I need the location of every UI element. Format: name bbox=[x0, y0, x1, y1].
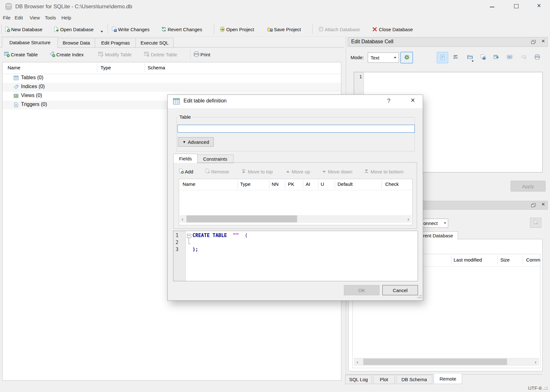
write-changes-button[interactable]: Write Changes bbox=[118, 27, 150, 32]
resize-grip[interactable] bbox=[545, 389, 546, 390]
tab-plot[interactable]: Plot bbox=[373, 375, 395, 384]
text-mode-toggle[interactable] bbox=[437, 52, 448, 63]
remote-hscrollbar[interactable]: ‹ › bbox=[354, 358, 539, 366]
remote-col-last-modified[interactable]: Last modified bbox=[454, 257, 482, 262]
statusbar: UTF-8 bbox=[0, 384, 550, 392]
close-panel-icon[interactable]: × bbox=[541, 38, 545, 45]
export-data-button[interactable] bbox=[477, 52, 488, 63]
col-check[interactable]: Check bbox=[385, 181, 399, 187]
move-up-button[interactable]: Move up bbox=[292, 169, 310, 174]
print-cell-button[interactable] bbox=[532, 52, 543, 63]
tab-edit-pragmas[interactable]: Edit Pragmas bbox=[95, 38, 136, 48]
tab-database-structure[interactable]: Database Structure bbox=[2, 37, 58, 47]
remote-col-commit[interactable]: Comm bbox=[526, 257, 540, 262]
col-pk[interactable]: PK bbox=[288, 181, 294, 187]
save-project-button[interactable]: Save Project bbox=[274, 27, 301, 32]
menu-edit[interactable]: Edit bbox=[15, 15, 23, 20]
new-database-button[interactable]: New Database bbox=[11, 27, 42, 32]
encoding-indicator[interactable]: UTF-8 bbox=[528, 385, 542, 391]
import-dropdown-caret[interactable] bbox=[472, 60, 474, 62]
remote-col-size[interactable]: Size bbox=[500, 257, 510, 262]
menu-file[interactable]: File bbox=[3, 15, 10, 20]
fields-hscrollbar[interactable]: ‹ › bbox=[179, 215, 411, 223]
dialog-resize-grip[interactable] bbox=[419, 297, 420, 298]
tree-row-tables[interactable]: Tables (0) bbox=[3, 74, 341, 83]
tab-remote[interactable]: Remote bbox=[434, 374, 462, 384]
cancel-button[interactable]: Cancel bbox=[382, 285, 418, 295]
menu-view[interactable]: View bbox=[30, 15, 40, 20]
float-panel-icon[interactable] bbox=[531, 203, 536, 208]
open-in-window-button[interactable] bbox=[504, 52, 515, 63]
line-number: 1 bbox=[359, 74, 362, 79]
fields-hscroll-thumb[interactable] bbox=[186, 215, 297, 222]
tab-browse-data[interactable]: Browse Data bbox=[57, 38, 95, 48]
add-field-button[interactable]: Add bbox=[185, 169, 193, 174]
set-null-button[interactable] bbox=[519, 52, 529, 63]
col-nn[interactable]: NN bbox=[272, 181, 279, 187]
col-name[interactable]: Name bbox=[183, 181, 195, 187]
menu-help[interactable]: Help bbox=[61, 15, 71, 20]
chevron-left-icon[interactable]: ‹ bbox=[182, 215, 183, 223]
open-database-dropdown-caret[interactable] bbox=[101, 31, 103, 32]
sql-code-line-1: CREATE TABLE "" ( bbox=[192, 233, 248, 238]
tree-col-schema[interactable]: Schema bbox=[148, 65, 165, 70]
col-ai[interactable]: AI bbox=[306, 181, 310, 187]
col-u[interactable]: U bbox=[321, 181, 324, 187]
apply-cell-button[interactable] bbox=[491, 52, 502, 63]
close-panel-icon[interactable]: × bbox=[541, 201, 545, 208]
chevron-right-icon[interactable]: › bbox=[407, 215, 409, 223]
push-database-button[interactable] bbox=[530, 218, 541, 228]
close-database-button[interactable]: Close Database bbox=[379, 27, 413, 32]
import-data-button[interactable] bbox=[464, 52, 476, 63]
auto-mode-button[interactable] bbox=[400, 52, 413, 63]
print-icon bbox=[193, 51, 199, 58]
maximize-button[interactable] bbox=[514, 4, 519, 8]
tab-db-schema[interactable]: DB Schema bbox=[396, 375, 432, 384]
move-down-button[interactable]: Move down bbox=[328, 169, 352, 174]
delete-table-button[interactable]: Delete Table bbox=[151, 52, 177, 57]
ok-button[interactable]: OK bbox=[344, 285, 379, 295]
minimize-button[interactable] bbox=[490, 7, 494, 7]
write-changes-icon bbox=[111, 26, 117, 33]
revert-changes-button[interactable]: Revert Changes bbox=[168, 27, 202, 32]
tree-col-name[interactable]: Name bbox=[8, 65, 20, 70]
menu-tools[interactable]: Tools bbox=[45, 15, 56, 20]
move-down-icon bbox=[323, 171, 326, 173]
modify-table-button[interactable]: Modify Table bbox=[105, 52, 132, 57]
remove-field-button[interactable]: Remove bbox=[211, 169, 229, 174]
col-type[interactable]: Type bbox=[240, 181, 251, 187]
tab-fields[interactable]: Fields bbox=[173, 154, 198, 163]
create-index-button[interactable]: Create Index bbox=[56, 52, 84, 57]
dialog-close-icon[interactable]: × bbox=[411, 96, 415, 105]
chevron-right-icon[interactable]: › bbox=[535, 358, 536, 365]
attach-database-button[interactable]: Attach Database bbox=[325, 27, 360, 32]
move-to-bottom-button[interactable]: Move to bottom bbox=[371, 169, 403, 174]
remote-hscroll-thumb[interactable] bbox=[363, 359, 507, 365]
mode-select[interactable]: Text bbox=[368, 52, 399, 63]
advanced-toggle-button[interactable]: ▼ Advanced bbox=[178, 137, 214, 147]
delete-table-icon bbox=[144, 51, 150, 58]
float-panel-icon[interactable] bbox=[531, 40, 536, 45]
tree-header: Name Type Schema bbox=[3, 62, 341, 74]
open-project-button[interactable]: Open Project bbox=[226, 27, 254, 32]
create-table-button[interactable]: Create Table bbox=[11, 52, 38, 57]
open-database-button[interactable]: Open Database bbox=[60, 27, 94, 32]
tree-row-indices[interactable]: Indices (0) bbox=[3, 83, 341, 92]
tab-constraints[interactable]: Constraints bbox=[197, 155, 233, 163]
help-icon[interactable]: ? bbox=[387, 98, 390, 104]
chevron-left-icon[interactable]: ‹ bbox=[357, 358, 358, 365]
print-button[interactable]: Print bbox=[200, 52, 210, 57]
col-default[interactable]: Default bbox=[338, 181, 353, 187]
word-wrap-button[interactable] bbox=[450, 52, 461, 63]
tab-execute-sql[interactable]: Execute SQL bbox=[136, 38, 174, 48]
tab-current-database[interactable]: rent Database bbox=[419, 231, 458, 240]
fold-marker-icon[interactable] bbox=[187, 234, 191, 238]
table-name-input[interactable] bbox=[178, 125, 415, 133]
tree-col-type[interactable]: Type bbox=[101, 65, 111, 70]
move-to-top-button[interactable]: Move to top bbox=[248, 169, 273, 174]
tab-sql-log[interactable]: SQL Log bbox=[345, 375, 372, 384]
identity-connect-select[interactable]: onnect bbox=[421, 219, 448, 228]
fields-header-divider bbox=[238, 180, 238, 189]
apply-button[interactable]: Apply bbox=[511, 181, 546, 192]
close-button[interactable]: × bbox=[537, 2, 541, 10]
